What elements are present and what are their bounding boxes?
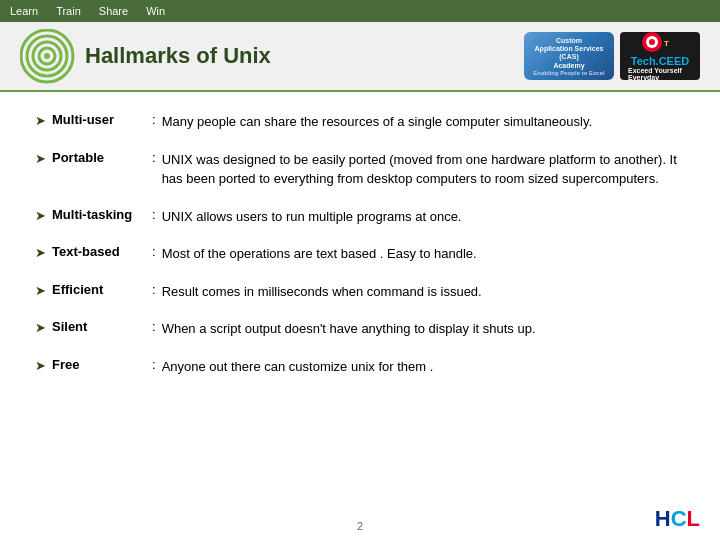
term-multitasking: Multi-tasking	[52, 207, 152, 222]
bullet-row-multitasking: ➤ Multi-tasking : UNIX allows users to r…	[35, 207, 685, 227]
colon-3: :	[152, 244, 156, 259]
term-efficient: Efficient	[52, 282, 152, 297]
arrow-icon-5: ➤	[35, 320, 46, 335]
arrow-icon-6: ➤	[35, 358, 46, 373]
svg-point-10	[649, 39, 655, 45]
desc-multiuser: Many people can share the resources of a…	[162, 112, 592, 132]
bullet-row-multiuser: ➤ Multi-user : Many people can share the…	[35, 112, 685, 132]
arrow-icon-0: ➤	[35, 113, 46, 128]
cas-line2: Application Services	[533, 45, 604, 53]
nav-train[interactable]: Train	[56, 5, 81, 17]
arrow-icon-4: ➤	[35, 283, 46, 298]
desc-free: Anyone out there can customize unix for …	[162, 357, 434, 377]
page-title: Hallmarks of Unix	[85, 43, 271, 69]
colon-0: :	[152, 112, 156, 127]
nav-win[interactable]: Win	[146, 5, 165, 17]
hcl-logo: HCL	[655, 506, 700, 532]
colon-5: :	[152, 319, 156, 334]
arrow-icon-1: ➤	[35, 151, 46, 166]
techceed-logo: T Tech.CEED Exceed Yourself Everyday	[620, 32, 700, 80]
cas-line4: Academy	[533, 62, 604, 70]
term-free: Free	[52, 357, 152, 372]
logo-area: Custom Application Services (CAS) Academ…	[524, 32, 700, 80]
term-portable: Portable	[52, 150, 152, 165]
desc-silent: When a script output doesn't have anythi…	[162, 319, 536, 339]
cas-line3: (CAS)	[533, 53, 604, 61]
term-multiuser: Multi-user	[52, 112, 152, 127]
bullet-row-textbased: ➤ Text-based : Most of the operations ar…	[35, 244, 685, 264]
bullet-row-free: ➤ Free : Anyone out there can customize …	[35, 357, 685, 377]
desc-multitasking: UNIX allows users to run multiple progra…	[162, 207, 462, 227]
colon-6: :	[152, 357, 156, 372]
hcl-l: L	[687, 506, 700, 531]
arrow-icon-3: ➤	[35, 245, 46, 260]
svg-text:T: T	[664, 39, 669, 48]
footer: HCL	[655, 506, 700, 532]
desc-textbased: Most of the operations are text based . …	[162, 244, 477, 264]
arrow-icon-2: ➤	[35, 208, 46, 223]
page-number: 2	[357, 520, 363, 532]
desc-portable: UNIX was designed to be easily ported (m…	[162, 150, 685, 189]
topbar: Learn Train Share Win	[0, 0, 720, 22]
techceed-tagline: Exceed Yourself Everyday	[628, 67, 692, 81]
cas-line1: Custom	[533, 37, 604, 45]
hcl-c: C	[671, 506, 687, 531]
techceed-brand: Tech.CEED	[631, 55, 689, 67]
term-silent: Silent	[52, 319, 152, 334]
hcl-h: H	[655, 506, 671, 531]
bullet-row-portable: ➤ Portable : UNIX was designed to be eas…	[35, 150, 685, 189]
desc-efficient: Result comes in milliseconds when comman…	[162, 282, 482, 302]
colon-1: :	[152, 150, 156, 165]
header-left: Hallmarks of Unix	[20, 29, 271, 84]
cas-logo: Custom Application Services (CAS) Academ…	[524, 32, 614, 80]
bullet-row-efficient: ➤ Efficient : Result comes in millisecon…	[35, 282, 685, 302]
colon-4: :	[152, 282, 156, 297]
header: Hallmarks of Unix Custom Application Ser…	[0, 22, 720, 92]
colon-2: :	[152, 207, 156, 222]
nav-share[interactable]: Share	[99, 5, 128, 17]
bullet-row-silent: ➤ Silent : When a script output doesn't …	[35, 319, 685, 339]
svg-point-4	[44, 53, 50, 59]
circles-decoration	[20, 29, 75, 84]
nav-learn[interactable]: Learn	[10, 5, 38, 17]
main-content: ➤ Multi-user : Many people can share the…	[0, 92, 720, 404]
term-textbased: Text-based	[52, 244, 152, 259]
cas-tagline: Enabling People to Excel	[533, 70, 604, 77]
